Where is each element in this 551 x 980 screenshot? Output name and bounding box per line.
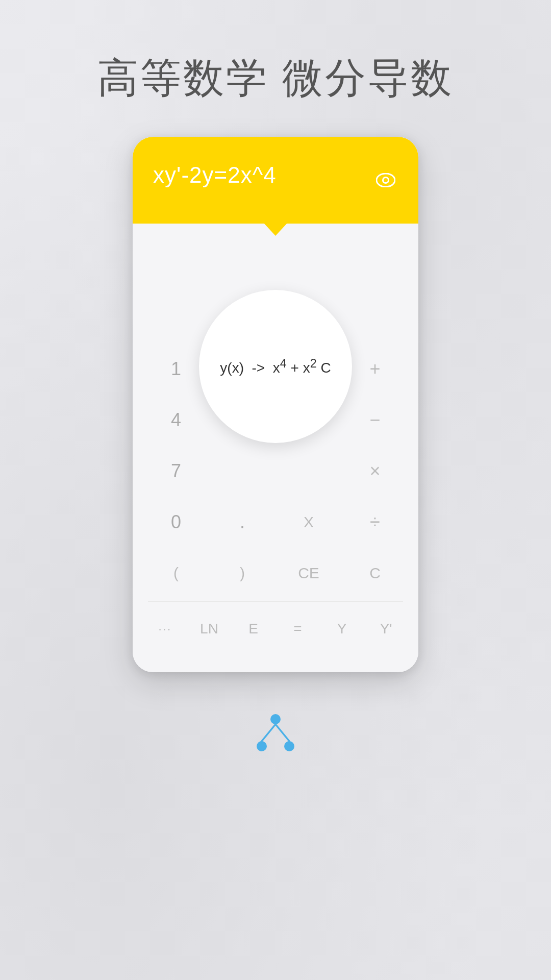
key-close-paren[interactable]: )	[217, 550, 268, 596]
key-empty-3	[217, 448, 268, 494]
key-1[interactable]: 1	[151, 346, 202, 392]
keyboard-divider	[148, 601, 403, 602]
key-more[interactable]: ···	[143, 606, 187, 652]
key-open-paren[interactable]: (	[151, 550, 202, 596]
svg-line-6	[262, 724, 276, 741]
key-row-4: 0 . X ÷	[143, 499, 408, 545]
key-y[interactable]: Y	[320, 606, 364, 652]
page-title: 高等数学 微分导数	[97, 51, 454, 106]
svg-point-4	[257, 741, 267, 751]
key-empty-4	[283, 448, 334, 494]
key-plus[interactable]: +	[349, 346, 400, 392]
key-c[interactable]: C	[349, 550, 400, 596]
key-ce[interactable]: CE	[283, 550, 334, 596]
key-dot[interactable]: .	[217, 499, 268, 545]
svg-point-3	[270, 714, 281, 724]
svg-line-7	[276, 724, 289, 741]
key-row-5: ( ) CE C	[143, 550, 408, 596]
key-minus[interactable]: −	[349, 397, 400, 443]
result-display: y(x) -> x4 + x2 C	[220, 355, 331, 378]
key-row-func: ··· LN E = Y Y'	[143, 606, 408, 652]
calculator-card: xy'-2y=2x^4 y(x) -> x4 + x2 C 1 2 3 +	[133, 137, 418, 672]
tree-structure-icon[interactable]	[253, 713, 298, 754]
key-ln[interactable]: LN	[187, 606, 232, 652]
key-multiply[interactable]: ×	[349, 448, 400, 494]
key-row-3: 7 ×	[143, 448, 408, 494]
result-bubble: y(x) -> x4 + x2 C	[199, 290, 352, 443]
svg-point-2	[384, 178, 388, 182]
key-x[interactable]: X	[283, 499, 334, 545]
bottom-nav	[253, 713, 298, 754]
eye-icon[interactable]	[373, 168, 398, 192]
svg-point-5	[284, 741, 294, 751]
key-4[interactable]: 4	[151, 397, 202, 443]
calc-expression: xy'-2y=2x^4	[153, 162, 277, 187]
key-0[interactable]: 0	[151, 499, 202, 545]
calc-header: xy'-2y=2x^4	[133, 137, 418, 224]
key-7[interactable]: 7	[151, 448, 202, 494]
key-y-prime[interactable]: Y'	[364, 606, 408, 652]
key-e[interactable]: E	[231, 606, 276, 652]
key-equals[interactable]: =	[276, 606, 320, 652]
key-divide[interactable]: ÷	[349, 499, 400, 545]
